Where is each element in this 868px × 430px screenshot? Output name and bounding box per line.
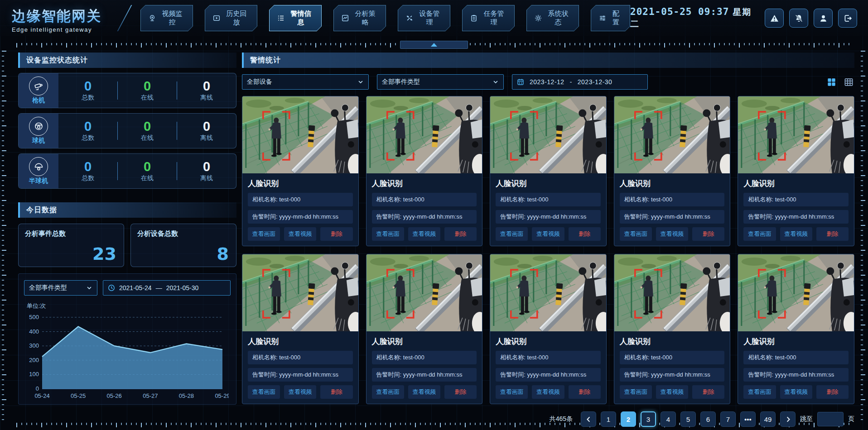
page-button-6[interactable]: 6 xyxy=(700,411,716,427)
event-type-select[interactable]: 全部事件类型 xyxy=(24,280,97,296)
nav-item-0[interactable]: 视频监控 xyxy=(140,5,193,31)
device-type-label: 枪机 xyxy=(32,96,45,105)
view-video-button[interactable]: 查看视频 xyxy=(284,227,316,241)
page-button-4[interactable]: 4 xyxy=(661,411,676,427)
alarm-snapshot-image xyxy=(242,96,358,173)
table-view-icon[interactable] xyxy=(843,76,854,88)
nav-item-1[interactable]: 历史回放 xyxy=(205,5,257,31)
alarm-snapshot[interactable] xyxy=(738,254,854,331)
alarm-card: 人脸识别 相机名称: test-000 告警时间: yyyy-mm-dd hh:… xyxy=(614,254,731,404)
alarm-snapshot[interactable] xyxy=(242,96,358,173)
user-button[interactable] xyxy=(814,9,833,28)
alarm-snapshot[interactable] xyxy=(242,254,358,331)
delete-button[interactable]: 删除 xyxy=(320,227,352,241)
alert-button[interactable] xyxy=(765,9,784,28)
view-video-button[interactable]: 查看视频 xyxy=(656,227,688,241)
y-tick-label: 0 xyxy=(36,385,39,392)
next-icon[interactable] xyxy=(780,411,796,427)
camera-name-label: 相机名称: xyxy=(748,196,775,203)
view-frame-button[interactable]: 查看画面 xyxy=(372,385,404,399)
delete-button[interactable]: 删除 xyxy=(569,385,601,399)
alarm-snapshot[interactable] xyxy=(366,96,482,173)
camera-name-value: test-000 xyxy=(651,196,672,203)
page-ellipsis-button[interactable]: ••• xyxy=(740,411,756,427)
view-frame-button[interactable]: 查看画面 xyxy=(620,227,652,241)
delete-button[interactable]: 删除 xyxy=(816,385,849,399)
view-frame-button[interactable]: 查看画面 xyxy=(372,227,404,241)
alarm-date-range[interactable]: 2023-12-12 - 2023-12-30 xyxy=(512,74,648,90)
y-tick-label: 100 xyxy=(29,371,39,377)
nav-item-6[interactable]: 系统状态 xyxy=(526,5,579,31)
view-video-button[interactable]: 查看视频 xyxy=(408,385,440,399)
alarm-time-label: 告警时间: xyxy=(500,213,527,220)
prev-icon[interactable] xyxy=(581,411,596,427)
collapse-handle[interactable] xyxy=(400,41,468,49)
view-video-button[interactable]: 查看视频 xyxy=(532,227,564,241)
logout-icon xyxy=(844,14,852,23)
delete-button[interactable]: 删除 xyxy=(444,385,477,399)
alarm-event-type-select[interactable]: 全部事件类型 xyxy=(377,74,504,90)
view-frame-button[interactable]: 查看画面 xyxy=(620,385,652,399)
nav-item-4[interactable]: 设备管理 xyxy=(398,5,450,31)
y-tick-label: 400 xyxy=(29,328,39,335)
delete-button[interactable]: 删除 xyxy=(692,385,724,399)
trend-chart-box: 全部事件类型 2021-05-24 — 2021-05-30 单位:次 0100… xyxy=(18,273,236,405)
view-frame-button[interactable]: 查看画面 xyxy=(248,385,280,399)
alarm-time-field: 告警时间: yyyy-mm-dd hh:mm:ss xyxy=(743,368,849,382)
app-title: 边缘智能网关 xyxy=(12,7,121,26)
x-tick-label: 05-26 xyxy=(107,392,122,399)
page-button-3[interactable]: 3 xyxy=(641,411,656,427)
alarm-snapshot[interactable] xyxy=(490,254,606,331)
delete-button[interactable]: 删除 xyxy=(444,227,477,241)
x-tick-label: 05-27 xyxy=(143,392,158,399)
device-stat: 0总数 xyxy=(58,160,117,182)
page-button-49[interactable]: 49 xyxy=(760,411,776,427)
view-video-button[interactable]: 查看视频 xyxy=(532,385,564,399)
page-button-7[interactable]: 7 xyxy=(720,411,736,427)
view-frame-button[interactable]: 查看画面 xyxy=(496,227,528,241)
logout-button[interactable] xyxy=(838,9,857,28)
camera-name-field: 相机名称: test-000 xyxy=(496,193,601,206)
alarm-snapshot[interactable] xyxy=(738,96,854,173)
delete-button[interactable]: 删除 xyxy=(692,227,724,241)
delete-button[interactable]: 删除 xyxy=(569,227,601,241)
nav-item-3[interactable]: 分析策略 xyxy=(333,5,386,31)
trend-area-chart: 010020030040050005-2405-2505-2605-2705-2… xyxy=(24,311,229,401)
view-video-button[interactable]: 查看视频 xyxy=(408,227,440,241)
delete-button[interactable]: 删除 xyxy=(816,227,849,241)
alarm-snapshot[interactable] xyxy=(614,96,730,173)
alarm-snapshot[interactable] xyxy=(366,254,482,331)
nav-item-7[interactable]: 配置 xyxy=(591,5,630,31)
view-frame-button[interactable]: 查看画面 xyxy=(496,385,528,399)
view-frame-button[interactable]: 查看画面 xyxy=(743,385,776,399)
view-frame-button[interactable]: 查看画面 xyxy=(743,227,776,241)
strategy-icon xyxy=(342,14,349,22)
mute-button[interactable] xyxy=(789,9,808,28)
page-button-1[interactable]: 1 xyxy=(601,411,616,427)
grid-view-icon[interactable] xyxy=(825,76,837,88)
alarm-snapshot[interactable] xyxy=(614,254,730,331)
nav-item-5[interactable]: 任务管理 xyxy=(462,5,515,31)
camera-name-value: test-000 xyxy=(651,354,672,361)
alarm-card: 人脸识别 相机名称: test-000 告警时间: yyyy-mm-dd hh:… xyxy=(738,254,854,404)
view-video-button[interactable]: 查看视频 xyxy=(780,385,812,399)
nav-item-2[interactable]: 警情信息 xyxy=(269,5,322,31)
device-select[interactable]: 全部设备 xyxy=(242,74,369,90)
devices-total-label: 分析设备总数 xyxy=(137,229,230,238)
view-video-button[interactable]: 查看视频 xyxy=(284,385,316,399)
alarm-card-body: 人脸识别 相机名称: test-000 告警时间: yyyy-mm-dd hh:… xyxy=(614,331,730,404)
delete-button[interactable]: 删除 xyxy=(320,385,352,399)
chart-date-range[interactable]: 2021-05-24 — 2021-05-30 xyxy=(103,280,231,296)
clock-icon xyxy=(108,284,115,291)
view-video-button[interactable]: 查看视频 xyxy=(656,385,688,399)
alarm-snapshot[interactable] xyxy=(490,96,606,173)
view-frame-button[interactable]: 查看画面 xyxy=(248,227,280,241)
bullet-camera-icon xyxy=(29,76,48,96)
alarm-time-value: yyyy-mm-dd hh:mm:ss xyxy=(651,371,710,378)
jump-page-input[interactable] xyxy=(817,412,844,426)
nav-item-label: 警情信息 xyxy=(288,10,313,27)
page-button-5[interactable]: 5 xyxy=(680,411,696,427)
alarm-time-label: 告警时间: xyxy=(748,371,775,378)
page-button-2[interactable]: 2 xyxy=(621,411,636,427)
view-video-button[interactable]: 查看视频 xyxy=(780,227,812,241)
